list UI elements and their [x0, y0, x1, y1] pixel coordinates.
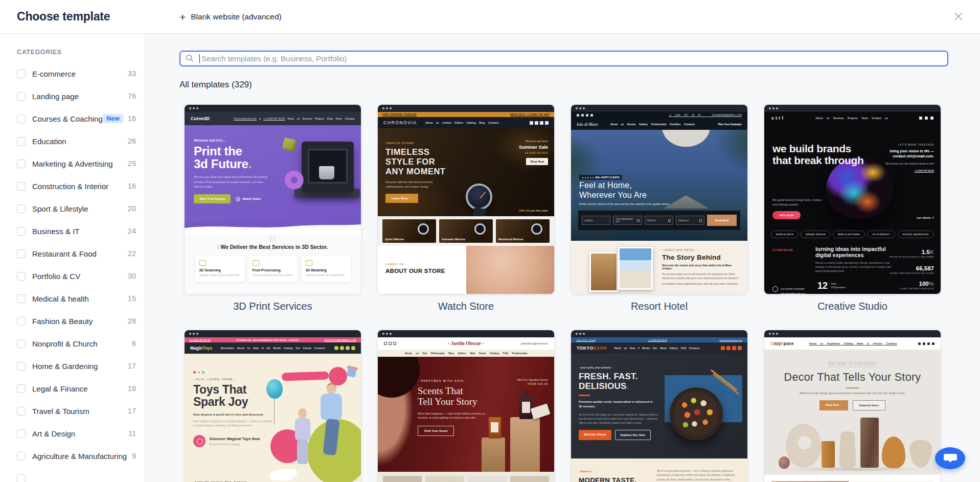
sidebar-item-ecommerce[interactable]: E-commerce33 — [0, 62, 145, 85]
preview-section-heading: turning ideas into impactful digital exp… — [815, 246, 892, 258]
browser-chrome — [764, 330, 941, 337]
template-card-resort-hotel[interactable]: +1 (234) 567 89 90 ISLADEMARE@EMAIL.COM … — [571, 104, 748, 312]
dialog-header: Choose template + Blank website (advance… — [0, 0, 980, 34]
preview-cta-sub: Browse the full toy catalog! — [210, 443, 260, 446]
social-icons — [530, 121, 549, 125]
category-checkbox[interactable] — [17, 384, 26, 393]
close-button[interactable] — [949, 7, 968, 26]
sidebar-item-medical-health[interactable]: Medical & health15 — [0, 287, 145, 310]
torus-art — [284, 170, 304, 190]
category-checkbox[interactable] — [17, 249, 26, 258]
template-name: Watch Store — [377, 301, 555, 312]
category-checkbox[interactable] — [17, 159, 26, 168]
category-checkbox[interactable] — [17, 339, 26, 348]
preview-body: Welcome to the design agency and store o… — [764, 392, 941, 395]
category-checkbox[interactable] — [17, 474, 26, 482]
preview-promo2-title: Summer Sale — [519, 145, 548, 150]
search-box[interactable] — [179, 51, 948, 66]
template-card-watch-store[interactable]: FREE SHIPPING FROM $39NEED HELP: +1 (920… — [377, 104, 555, 312]
sidebar-item-travel-tourism[interactable]: Travel & Tourism17 — [0, 400, 145, 422]
chat-bubble[interactable] — [935, 447, 965, 469]
blank-website-button[interactable]: + Blank website (advanced) — [179, 0, 282, 34]
template-name: Resort Hotel — [571, 301, 748, 312]
category-checkbox[interactable] — [17, 429, 26, 438]
category-checkbox[interactable] — [17, 137, 26, 146]
preview-cta-button: Roll Into Flavor — [579, 430, 611, 440]
preview-logo: Isla di Mare — [577, 122, 598, 127]
category-checkbox[interactable] — [17, 70, 26, 78]
sidebar-item-sport-lifestyle[interactable]: Sport & Lifestyle20 — [0, 197, 145, 220]
template-preview: Curve3D 3d.print@email.com +1 (234) 567 … — [184, 104, 361, 294]
sidebar-item-legal-finance[interactable]: Legal & Finance18 — [0, 377, 145, 400]
category-checkbox[interactable] — [17, 114, 26, 123]
sidebar-item-marketing-advertising[interactable]: Marketing & Advertising25 — [0, 152, 145, 175]
cube-art — [282, 137, 297, 152]
gallery-thumb — [425, 476, 464, 482]
bunny-icon — [193, 435, 206, 447]
category-checkbox[interactable] — [17, 227, 26, 236]
template-card-sushi-delivery[interactable]: Open 8 am - 10 pm +1 (234) 567 89 00 tok… — [571, 330, 748, 482]
template-card-3d-print-services[interactable]: Curve3D 3d.print@email.com +1 (234) 567 … — [184, 104, 361, 312]
preview-heading: Decor That Tells Your Story — [764, 371, 941, 384]
template-card-perfume-store[interactable]: - Jardin Obscur - jardinobscur@email.com… — [377, 330, 555, 482]
template-preview: Open 8 am - 10 pm +1 (234) 567 89 00 tok… — [571, 330, 748, 482]
sidebar-item-landing-page[interactable]: Landing page76 — [0, 85, 145, 107]
sidebar-item-home-gardening[interactable]: Home & Gardening17 — [0, 355, 145, 377]
sidebar-item-courses-coaching[interactable]: Courses & CoachingNew16 — [0, 107, 145, 130]
chevron-down-icon — [637, 219, 640, 222]
sidebar-item-restaurant-food[interactable]: Restaurant & Food22 — [0, 242, 145, 265]
template-card-creative-studio[interactable]: ctrl About us Services Projects Team Con… — [764, 104, 941, 312]
preview-section-body: We are a creative studio specializing in… — [815, 261, 892, 273]
category-checkbox[interactable] — [17, 452, 26, 461]
preview-about-sub: Discover the charm and story that make I… — [662, 264, 740, 270]
preview-watch-video: Watch Video — [242, 197, 261, 200]
new-badge: New — [103, 114, 123, 123]
gallery-thumb — [510, 476, 549, 482]
category-checkbox[interactable] — [17, 294, 26, 303]
sidebar-item-agriculture-manufacturing[interactable]: Agriculture & Manufacturing9 — [0, 445, 145, 467]
sidebar-item-art-design[interactable]: Art & Design11 — [0, 422, 145, 445]
preview-nav-cta: Plan Your Getaway! — [718, 123, 742, 126]
sidebar-item-construction-interior[interactable]: Construction & Interior16 — [0, 175, 145, 197]
page-title: Choose template — [17, 10, 110, 24]
template-card-toy-store[interactable]: +1 (234) 567 89 90 SHOWROOM: 3254 EGREMO… — [184, 330, 361, 482]
templates-grid: Curve3D 3d.print@email.com +1 (234) 567 … — [184, 104, 948, 482]
category-checkbox[interactable] — [17, 204, 26, 213]
sidebar-item-education[interactable]: Education26 — [0, 130, 145, 152]
play-icon — [236, 197, 240, 201]
template-name: 3D Print Services — [184, 301, 361, 312]
browser-chrome — [185, 105, 361, 112]
category-checkbox[interactable] — [17, 182, 26, 191]
preview-promo2: FROM $29.99 — [517, 383, 548, 385]
sidebar-item-fashion-beauty[interactable]: Fashion & Beauty28 — [0, 310, 145, 332]
template-card-decor-store[interactable]: CozySpace About us Inspiration Catalog N… — [764, 330, 941, 482]
social-icons — [577, 114, 593, 117]
category-checkbox[interactable] — [17, 92, 26, 101]
category-checkbox[interactable] — [17, 272, 26, 281]
search-icon — [186, 54, 194, 62]
sidebar-item-business-it[interactable]: Business & IT24 — [0, 220, 145, 242]
template-preview: +1 (234) 567 89 90 ISLADEMARE@EMAIL.COM … — [571, 104, 748, 294]
gallery-thumb — [468, 476, 507, 482]
preview-phone: +1 (234) 567 89 00 — [648, 339, 667, 341]
category-checkbox[interactable] — [17, 407, 26, 416]
browser-chrome — [378, 105, 554, 112]
sidebar-item-nonprofit-church[interactable]: Nonprofit & Church6 — [0, 332, 145, 355]
booking-field: Check-in — [645, 216, 673, 225]
product-thumb: Mechanical Watches — [496, 219, 550, 243]
category-checkbox[interactable] — [17, 362, 26, 371]
choose-template-dialog: Choose template + Blank website (advance… — [0, 0, 980, 482]
preview-eyebrow: WELCOME TO COZYSPACE — [827, 362, 878, 367]
preview-cta-button: Shop Now → — [819, 400, 848, 410]
watch-icon — [531, 223, 542, 235]
browser-chrome — [378, 330, 554, 337]
preview-years-label: YearsOf Experience — [831, 283, 846, 290]
sidebar-item-partial[interactable] — [0, 467, 145, 482]
preview-body: Discover watches that blend precision, c… — [385, 180, 444, 189]
preview-logo: Curve3D — [191, 116, 210, 121]
category-checkbox[interactable] — [17, 317, 26, 326]
search-input[interactable] — [179, 51, 948, 66]
social-icons — [919, 117, 933, 120]
preview-body: From cuddly companions to creative plays… — [193, 419, 274, 428]
sidebar-item-portfolio-cv[interactable]: Portfolio & CV30 — [0, 265, 145, 287]
